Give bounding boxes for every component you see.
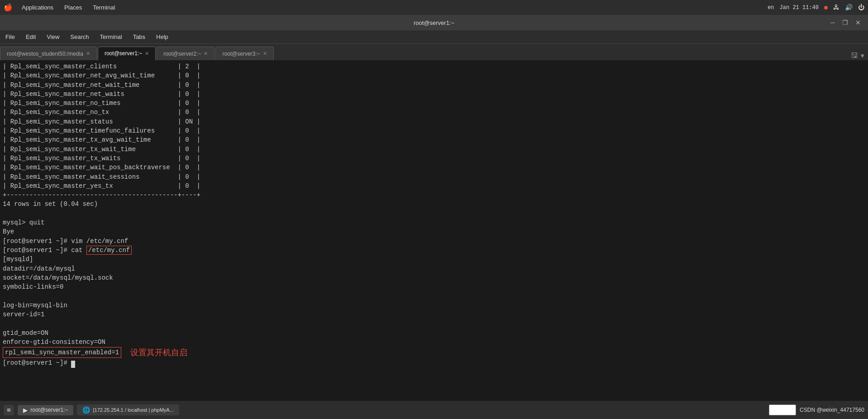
menu-file[interactable]: File xyxy=(4,33,17,41)
term-line-gtid: gtid_mode=ON xyxy=(3,329,865,338)
term-line-sep: +---------------------------------------… xyxy=(3,190,865,200)
terminal-icon: ▶ xyxy=(23,407,28,414)
tab-server3[interactable]: root@server3:~ ✕ xyxy=(215,47,273,60)
taskbar-left-icon[interactable]: ⊞ xyxy=(4,405,14,415)
term-line-socket: socket=/data/mysql/mysql.sock xyxy=(3,273,865,282)
tab-server1-label: root@server1:~ xyxy=(105,50,142,57)
menu-tabs[interactable]: Tabs xyxy=(131,33,147,41)
term-line-rows: 14 rows in set (0.04 sec) xyxy=(3,200,865,209)
menu-help[interactable]: Help xyxy=(154,33,170,41)
maximize-button[interactable]: ❐ xyxy=(840,19,850,26)
cursor xyxy=(71,361,75,368)
taskbar-right: CSDN @weixin_44717560 xyxy=(769,405,864,415)
term-line-12: | Rpl_semi_sync_master_wait_sessions | 0… xyxy=(3,172,865,181)
menu-search[interactable]: Search xyxy=(68,33,91,41)
taskbar-browser-label: [172.25.254.1 / localhost | phpMyA... xyxy=(93,407,173,413)
applications-icon: ⊞ xyxy=(7,407,10,414)
term-line-7: | Rpl_semi_sync_master_timefunc_failures… xyxy=(3,126,865,135)
term-line-blank1 xyxy=(3,209,865,218)
highlight-cat-path: /etc/my.cnf xyxy=(86,246,132,255)
browser-icon: 🌐 xyxy=(82,406,90,414)
terminal-menu[interactable]: Terminal xyxy=(91,3,117,12)
tab-server2[interactable]: root@server2:~ ✕ xyxy=(157,47,215,60)
tab-server1[interactable]: root@server1:~ ✕ xyxy=(98,47,156,60)
tabs-right: 🖫 ▼ xyxy=(851,52,868,60)
tab-server1-close[interactable]: ✕ xyxy=(145,51,149,57)
term-line-2: | Rpl_semi_sync_master_net_wait_time | 0… xyxy=(3,81,865,90)
taskbar: ⊞ ▶ root@server1:~ 🌐 [172.25.254.1 / loc… xyxy=(0,401,868,419)
language-indicator: en xyxy=(768,5,774,11)
term-line-prompt: [root@server1 ~]# xyxy=(3,358,865,367)
datetime: Jan 21 11:40 xyxy=(780,5,819,11)
menu-edit[interactable]: Edit xyxy=(24,33,38,41)
tab-westos-close[interactable]: ✕ xyxy=(86,51,90,57)
taskbar-search-input[interactable] xyxy=(769,405,796,415)
title-bar: root@server1:~ ─ ❐ ✕ xyxy=(0,15,868,30)
rpl-highlighted: rpl_semi_sync_master_enabled=1 xyxy=(3,347,121,358)
tabs-bar: root@westos_student50:/media ✕ root@serv… xyxy=(0,44,868,60)
term-line-5: | Rpl_semi_sync_master_no_tx | 0 | xyxy=(3,108,865,117)
term-line-rpl: rpl_semi_sync_master_enabled=1 设置其开机自启 xyxy=(3,347,865,358)
system-bar: 🍎 Applications Places Terminal en Jan 21… xyxy=(0,0,868,15)
tab-westos[interactable]: root@westos_student50:/media ✕ xyxy=(0,47,97,60)
volume-icon: 🔊 xyxy=(845,4,853,11)
term-line-blank2 xyxy=(3,291,865,300)
term-line-0: | Rpl_semi_sync_master_clients | 2 | xyxy=(3,62,865,71)
term-line-8: | Rpl_semi_sync_master_tx_avg_wait_time … xyxy=(3,135,865,144)
term-line-cat: [root@server1 ~]# cat /etc/my.cnf xyxy=(3,246,865,255)
term-line-6: | Rpl_semi_sync_master_status | ON | xyxy=(3,117,865,126)
dot-indicator xyxy=(824,6,828,10)
system-bar-right: en Jan 21 11:40 🖧 🔊 ⏻ xyxy=(768,4,864,11)
tab-server2-close[interactable]: ✕ xyxy=(204,51,208,57)
term-line-10: | Rpl_semi_sync_master_tx_waits | 0 | xyxy=(3,154,865,163)
taskbar-terminal-app[interactable]: ▶ root@server1:~ xyxy=(18,405,73,415)
term-line-vim: [root@server1 ~]# vim /etc/my.cnf xyxy=(3,237,865,246)
taskbar-terminal-label: root@server1:~ xyxy=(30,407,68,413)
term-line-4: | Rpl_semi_sync_master_no_times | 0 | xyxy=(3,99,865,108)
term-line-enforce: enforce-gtid-consistency=ON xyxy=(3,338,865,347)
new-tab-icon[interactable]: 🖫 xyxy=(851,52,858,60)
term-line-serverid: server-id=1 xyxy=(3,310,865,319)
menu-bar: File Edit View Search Terminal Tabs Help xyxy=(0,30,868,44)
term-line-3: | Rpl_semi_sync_master_net_waits | 0 | xyxy=(3,90,865,99)
window-title: root@server1:~ xyxy=(414,19,454,26)
taskbar-browser-app[interactable]: 🌐 [172.25.254.1 / localhost | phpMyA... xyxy=(77,405,179,415)
annotation-text: 设置其开机自启 xyxy=(130,347,187,358)
tab-server2-label: root@server2:~ xyxy=(163,51,201,57)
menu-terminal[interactable]: Terminal xyxy=(98,33,124,41)
places-menu[interactable]: Places xyxy=(62,3,84,12)
term-line-logbin: log-bin=mysql-bin xyxy=(3,301,865,310)
tab-arrow-icon[interactable]: ▼ xyxy=(861,52,864,60)
applications-menu[interactable]: Applications xyxy=(20,3,55,12)
close-button[interactable]: ✕ xyxy=(854,19,863,26)
term-line-13: | Rpl_semi_sync_master_yes_tx | 0 | xyxy=(3,181,865,190)
app-menu-icon: 🍎 xyxy=(4,3,13,12)
term-line-mysqld: [mysqld] xyxy=(3,255,865,264)
tab-westos-label: root@westos_student50:/media xyxy=(7,51,83,57)
power-icon[interactable]: ⏻ xyxy=(858,4,864,11)
network-icon: 🖧 xyxy=(833,4,839,11)
term-line-11: | Rpl_semi_sync_master_wait_pos_backtrav… xyxy=(3,163,865,172)
window-controls: ─ ❐ ✕ xyxy=(829,19,863,26)
taskbar-csdn-label: CSDN @weixin_44717560 xyxy=(800,407,864,413)
term-line-bye: Bye xyxy=(3,227,865,236)
term-line-1: | Rpl_semi_sync_master_net_avg_wait_time… xyxy=(3,71,865,80)
system-bar-left: 🍎 Applications Places Terminal xyxy=(4,3,117,12)
tab-server3-close[interactable]: ✕ xyxy=(263,51,267,57)
minimize-button[interactable]: ─ xyxy=(829,19,837,26)
term-line-datadir: datadir=/data/mysql xyxy=(3,264,865,273)
term-line-quit: mysql> quit xyxy=(3,218,865,227)
menu-view[interactable]: View xyxy=(45,33,61,41)
tab-server3-label: root@server3:~ xyxy=(222,51,260,57)
term-line-9: | Rpl_semi_sync_master_tx_wait_time | 0 … xyxy=(3,145,865,154)
term-line-symlinks: symbolic-links=0 xyxy=(3,282,865,291)
terminal-window: root@server1:~ ─ ❐ ✕ File Edit View Sear… xyxy=(0,15,868,419)
term-line-blank3 xyxy=(3,319,865,328)
terminal-content[interactable]: | Rpl_semi_sync_master_clients | 2 | | R… xyxy=(0,60,868,401)
